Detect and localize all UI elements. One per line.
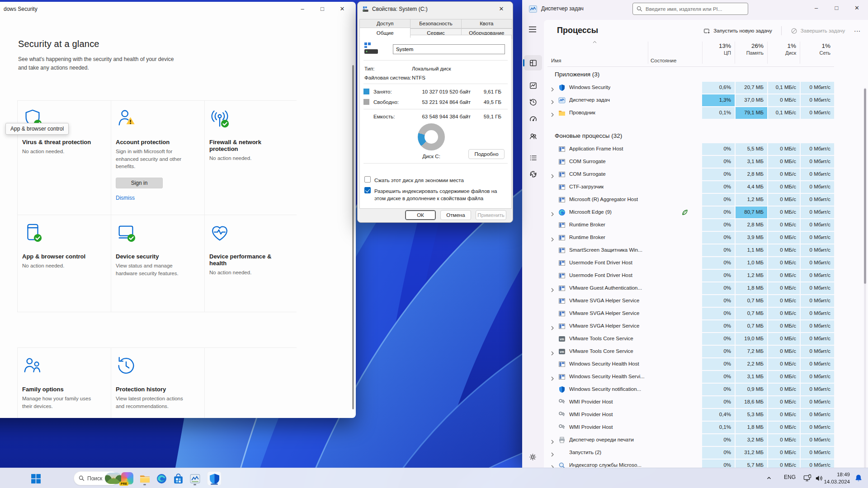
security-card-app-browser-control[interactable]: App & browser controlNo action needed. [18,215,111,312]
tab-квота[interactable]: Квота [461,19,512,28]
security-card-device-performance-health[interactable]: Device performance & healthNo action nee… [205,215,298,312]
volume-name-field[interactable] [393,44,505,54]
network-icon[interactable] [803,474,812,483]
process-row-windows-security[interactable]: Windows Security0,6%20,7 МБ0,1 МБ/с0 Мби… [547,81,834,94]
apply-button[interactable]: Применить [476,210,506,220]
process-row-microsoft-edge-9[interactable]: Microsoft Edge (9)0%80,7 МБ0 МБ/с0 Мбит/… [547,206,834,219]
chevron-right-icon[interactable] [550,450,555,455]
process-search-input[interactable]: Введите имя, издателя или PI... [632,3,748,15]
process-row-application-frame-host[interactable]: Application Frame Host0%5,5 МБ0 МБ/с0 Мб… [547,143,834,155]
chevron-right-icon[interactable] [550,438,555,442]
column-header-memory[interactable]: 26% Память [736,42,764,56]
process-row-vmware-svga-helper-service[interactable]: VMware SVGA Helper Service0%0,7 МБ0 МБ/с… [547,320,834,333]
ok-button[interactable]: ОК [405,210,436,220]
process-row-windows-security-health-servi[interactable]: Windows Security Health Servi...0%3,1 МБ… [547,371,834,383]
run-new-task-button[interactable]: Запустить новую задачу [703,28,772,34]
security-card-family-options[interactable]: Family optionsManage how your family use… [18,348,111,418]
clock[interactable]: 18:49 14.03.2024 [824,471,850,485]
column-header-cpu[interactable]: 13% ЦП [702,42,731,56]
process-row-vmware-tools-core-service[interactable]: vmVMware Tools Core Service0%7,2 МБ0 МБ/… [547,345,834,358]
tray-overflow-chevron-icon[interactable] [766,475,772,481]
cancel-button[interactable]: Отмена [440,210,471,220]
rail-item-details[interactable] [524,150,542,165]
process-row-com-surrogate[interactable]: COM Surrogate0%3,1 МБ0 МБ/с0 Мбит/с [547,155,834,168]
taskbar-explorer-button[interactable] [137,471,152,486]
column-header-name[interactable]: Имя [551,58,561,63]
speaker-icon[interactable] [815,474,823,483]
input-language-indicator[interactable]: ENG [784,474,796,480]
notification-bell-icon[interactable] [854,474,863,482]
process-row-vmware-svga-helper-service[interactable]: VMware SVGA Helper Service0%0,7 МБ0 МБ/с… [547,295,834,307]
tab-доступ[interactable]: Доступ [359,19,410,28]
rail-item-startup-apps[interactable] [524,111,542,127]
details-button[interactable]: Подробно [468,149,505,159]
process-row-диспетчер-задач[interactable]: Диспетчер задач1,3%37,0 МБ0 МБ/с0 Мбит/с [547,94,834,107]
chevron-right-icon[interactable] [550,98,555,103]
process-row-диспетчер-очереди-печати[interactable]: Диспетчер очереди печати0%3,2 МБ0 МБ/с0 … [547,434,834,446]
close-icon[interactable]: ✕ [493,3,510,14]
index-checkbox[interactable] [364,187,371,193]
process-row-usermode-font-driver-host[interactable]: Usermode Font Driver Host0%1,2 МБ0 МБ/с0… [547,269,834,282]
maximize-button[interactable]: □ [826,0,847,15]
taskbar-edge-button[interactable] [154,471,169,486]
process-row-microsoft-r-aggregator-host[interactable]: Microsoft (R) Aggregator Host0%1,2 МБ0 М… [547,193,834,206]
end-task-button[interactable]: Завершить задачу [791,28,845,34]
compress-checkbox[interactable] [364,176,371,183]
chevron-right-icon[interactable] [550,286,555,291]
process-scrollbar[interactable] [864,88,866,468]
rail-item-processes[interactable] [524,55,542,70]
close-button[interactable]: ✕ [332,2,352,15]
chevron-right-icon[interactable] [550,85,555,90]
chevron-right-icon[interactable] [550,210,555,215]
taskbar-search-box[interactable]: Поиск [74,471,118,485]
chevron-right-icon[interactable] [550,324,555,328]
security-card-account-protection[interactable]: Account protectionSign in with Microsoft… [111,101,204,215]
close-button[interactable]: ✕ [847,0,867,15]
column-header-disk[interactable]: 1% Диск [768,42,796,56]
rail-item-app-history[interactable] [524,94,542,109]
rail-item-performance[interactable] [524,78,542,93]
security-scrollbar[interactable] [352,65,354,409]
copilot-button[interactable]: PRE [121,472,133,484]
process-row-wmi-provider-host[interactable]: WMI Provider Host0,4%5,3 МБ0 МБ/с0 Мбит/… [547,408,834,421]
chevron-right-icon[interactable] [550,111,555,115]
column-header-status[interactable]: Состояние [651,58,676,63]
tab-общие[interactable]: Общие [359,28,410,38]
process-row-com-surrogate[interactable]: COM Surrogate0%2,8 МБ0 МБ/с0 Мбит/с [547,168,834,181]
dismiss-link[interactable]: Dismiss [116,195,135,201]
process-row-windows-security-health-host[interactable]: Windows Security Health Host0%2,2 МБ0 МБ… [547,358,834,371]
process-row-wmi-provider-host[interactable]: WMI Provider Host0,1%1,8 МБ0 МБ/с0 Мбит/… [547,421,834,434]
security-card-virus-threat-protection[interactable]: Virus & threat protectionNo action neede… [18,101,111,215]
process-row-runtime-broker[interactable]: Runtime Broker0%3,9 МБ0 МБ/с0 Мбит/с [547,231,834,244]
rail-item-services[interactable] [524,166,542,182]
security-card-firewall-network-protection[interactable]: Firewall & network protectionNo action n… [205,101,298,215]
chevron-right-icon[interactable] [550,463,555,468]
taskbar-store-button[interactable] [171,471,185,486]
process-row-запустить-2[interactable]: Запустить (2)0%31,2 МБ0 МБ/с0 Мбит/с [547,446,834,459]
more-options-button[interactable]: ... [854,26,861,36]
process-row-ctf-загрузчик[interactable]: CTF-загрузчик0%4,4 МБ0 МБ/с0 Мбит/с [547,181,834,193]
hamburger-icon[interactable] [528,26,537,33]
column-header-network[interactable]: 1% Сеть [801,42,830,56]
process-row-usermode-font-driver-host[interactable]: Usermode Font Driver Host0%1,0 МБ0 МБ/с0… [547,257,834,269]
security-card-device-security[interactable]: Device securityView status and manage ha… [111,215,204,312]
process-row-vmware-tools-core-service[interactable]: vmVMware Tools Core Service0%19,0 МБ0 МБ… [547,333,834,345]
process-row-vmware-guest-authentication[interactable]: VMware Guest Authentication...0%1,8 МБ0 … [547,282,834,295]
scrollbar-thumb[interactable] [864,89,866,284]
process-row-windows-security-notification[interactable]: Windows Security notification...0%0,9 МБ… [547,383,834,396]
security-card-protection-history[interactable]: Protection historyView latest protection… [111,348,204,418]
settings-gear-icon[interactable] [528,453,537,461]
tab-безопасность[interactable]: Безопасность [410,19,461,28]
minimize-button[interactable]: – [292,2,312,15]
rail-item-users[interactable] [524,128,542,144]
minimize-button[interactable]: – [806,0,826,15]
process-row-vmware-svga-helper-service[interactable]: VMware SVGA Helper Service0%0,7 МБ0 МБ/с… [547,307,834,320]
chevron-right-icon[interactable] [550,349,555,354]
sign-in-button[interactable]: Sign in [116,178,163,188]
maximize-button[interactable]: □ [312,2,332,15]
chevron-right-icon[interactable] [550,235,555,240]
process-row-smartscreen-защитника-win[interactable]: SmartScreen Защитника Win...0%1,1 МБ0 МБ… [547,244,834,257]
chevron-right-icon[interactable] [550,375,555,379]
process-row-индексатор-службы-microso[interactable]: Индексатор службы Microso...0%5,7 МБ0 МБ… [547,459,834,468]
taskbar-defender-shield-button[interactable] [207,471,222,486]
